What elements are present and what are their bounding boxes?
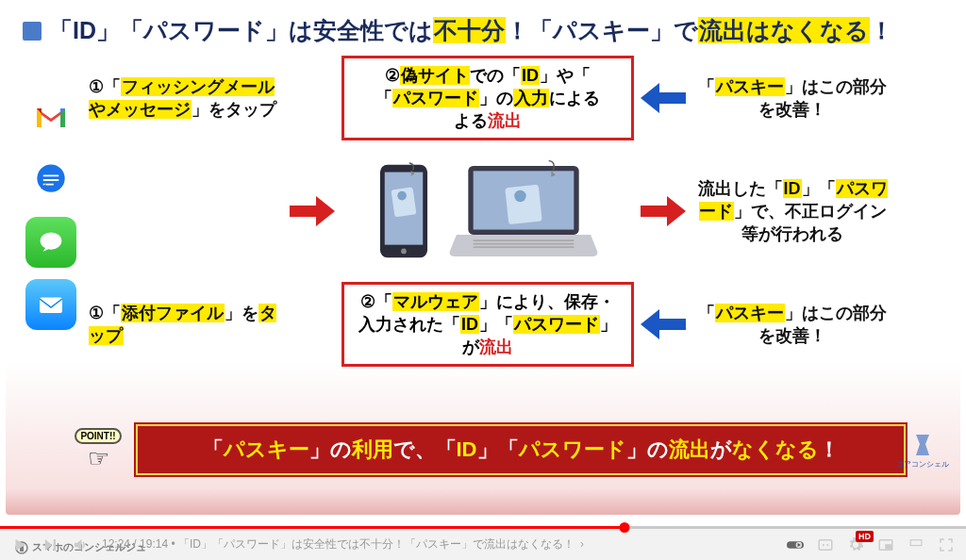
apple-messages-icon: [25, 217, 76, 268]
t: で、「: [393, 437, 457, 461]
volume-button[interactable]: [72, 536, 89, 553]
t: 不正ログイン: [785, 202, 887, 221]
t: 等が行われる: [741, 224, 843, 243]
svg-rect-19: [819, 539, 832, 550]
svg-rect-13: [474, 243, 575, 245]
slide-title-row: 「ID」「パスワード」は安全性では不十分！「パスキー」で流出はなくなる！: [23, 15, 943, 46]
t: 」の: [626, 437, 669, 461]
summary-banner: 「パスキー」の利用で、「ID」「パスワード」の流出がなくなる！: [138, 426, 904, 473]
t: 」の: [309, 437, 352, 461]
t: ①「: [89, 304, 121, 322]
t: された「: [392, 315, 460, 334]
t: 入力: [513, 89, 549, 107]
step1-bottom-text: ①「添付ファイル」をタップ: [85, 298, 283, 352]
step2-bottom-box: ②「マルウェア」により、保存・入力された「ID」「パスワード」が流出: [341, 282, 634, 368]
t: 流出: [669, 437, 710, 461]
miniplayer-button[interactable]: [877, 536, 894, 553]
laptop-icon: [448, 159, 599, 263]
svg-rect-12: [474, 239, 575, 241]
point-label: POINT!!: [75, 428, 121, 444]
t: 」を: [225, 304, 258, 322]
t: ID: [460, 315, 479, 334]
t: ID: [521, 66, 540, 85]
autoplay-toggle[interactable]: [787, 536, 804, 553]
arrow-right-icon: [640, 192, 687, 230]
svg-point-5: [401, 249, 407, 255]
video-player: 「ID」「パスワード」は安全性では不十分！「パスキー」で流出はなくなる！: [0, 0, 966, 560]
t: ②: [385, 66, 400, 85]
diagram-grid: ①「フィッシングメールやメッセージ」をタップ ②偽サイトでの「ID」や「「パスワ…: [23, 56, 943, 367]
t: 」「: [477, 437, 519, 461]
t: 」「: [479, 315, 513, 334]
t: ID: [457, 437, 477, 461]
smartphone-icon: [376, 161, 431, 261]
chevron-right-icon[interactable]: ›: [580, 537, 584, 551]
t: なくなる: [732, 437, 819, 461]
theater-button[interactable]: [908, 536, 924, 553]
devices-illustration: [341, 159, 634, 263]
time-current: 12:24: [102, 537, 130, 551]
t: /: [130, 537, 140, 551]
t: ！: [819, 437, 840, 461]
t: パスワード: [392, 89, 479, 107]
t: 「: [698, 77, 715, 96]
t: 」により、: [479, 292, 564, 311]
arrow-right-icon: [289, 192, 336, 230]
t: パスワード: [519, 437, 626, 461]
svg-rect-21: [886, 545, 891, 549]
t: コアコンシェル: [896, 459, 949, 469]
step1-top-text: ①「フィッシングメールやメッセージ」をタップ: [85, 72, 283, 125]
leak-consequence-text: 流出した「ID」「パスワード」で、不正ログイン等が行われる: [692, 173, 892, 250]
t: 「: [698, 304, 715, 322]
t: 流出した「: [698, 179, 783, 198]
gmail-icon: [25, 92, 76, 143]
captions-button[interactable]: [817, 536, 834, 553]
settings-button[interactable]: HD: [847, 536, 864, 553]
next-button[interactable]: [42, 536, 58, 553]
t: ①「: [89, 77, 121, 96]
svg-rect-2: [40, 298, 62, 314]
arrow-left-icon: [640, 305, 687, 343]
t: 偽サイト: [400, 66, 470, 85]
t: 添付ファイル: [121, 304, 225, 322]
slide-title: 「ID」「パスワード」は安全性では不十分！「パスキー」で流出はなくなる！: [49, 15, 893, 46]
play-button[interactable]: [11, 536, 28, 553]
time-and-title: 12:24 / 19:14 • 「ID」「パスワード」は安全性では不十分！「パス…: [102, 536, 584, 552]
t: パスキー: [224, 437, 309, 461]
svg-rect-22: [910, 539, 922, 545]
title-bullet-icon: [23, 22, 42, 41]
t: パスキー: [715, 77, 785, 96]
google-messages-icon: [25, 155, 76, 206]
t: 」「: [802, 179, 836, 198]
t: による: [549, 89, 600, 107]
channel-corner-logo: コアコンシェル: [896, 433, 949, 469]
svg-point-1: [41, 232, 62, 249]
t: 」で、: [734, 202, 785, 221]
mail-icon: [25, 279, 76, 330]
t: ②「: [360, 292, 392, 311]
t: 利用: [352, 437, 393, 461]
t: •: [168, 537, 178, 551]
slide-content: 「ID」「パスワード」は安全性では不十分！「パスキー」で流出はなくなる！: [6, 6, 960, 515]
t: が: [710, 437, 732, 461]
hd-badge: HD: [856, 531, 874, 542]
t: ID: [783, 179, 802, 198]
t: 「: [203, 437, 224, 461]
t: 」をタップ: [192, 100, 276, 119]
arrow-left-icon: [640, 79, 687, 117]
t: 」や「: [540, 66, 591, 85]
t: 流出: [479, 338, 513, 356]
svg-rect-10: [505, 185, 541, 225]
video-title: 「ID」「パスワード」は安全性では不十分！「パスキー」で流出はなくなる！: [178, 537, 575, 551]
fullscreen-button[interactable]: [938, 536, 955, 553]
t: パスキー: [715, 304, 785, 322]
passkey-note-top: 「パスキー」はこの部分を改善！: [692, 72, 892, 125]
t: 」の: [479, 89, 513, 107]
t: ！: [870, 17, 893, 43]
step2-top-box: ②偽サイトでの「ID」や「「パスワード」の入力によるよる流出: [341, 56, 634, 141]
point-badge: POINT!! ☞: [72, 426, 125, 473]
time-total: 19:14: [140, 537, 168, 551]
player-controls: 12:24 / 19:14 • 「ID」「パスワード」は安全性では不十分！「パス…: [0, 529, 966, 560]
svg-point-7: [397, 191, 407, 201]
passkey-note-bottom: 「パスキー」はこの部分を改善！: [692, 298, 892, 352]
